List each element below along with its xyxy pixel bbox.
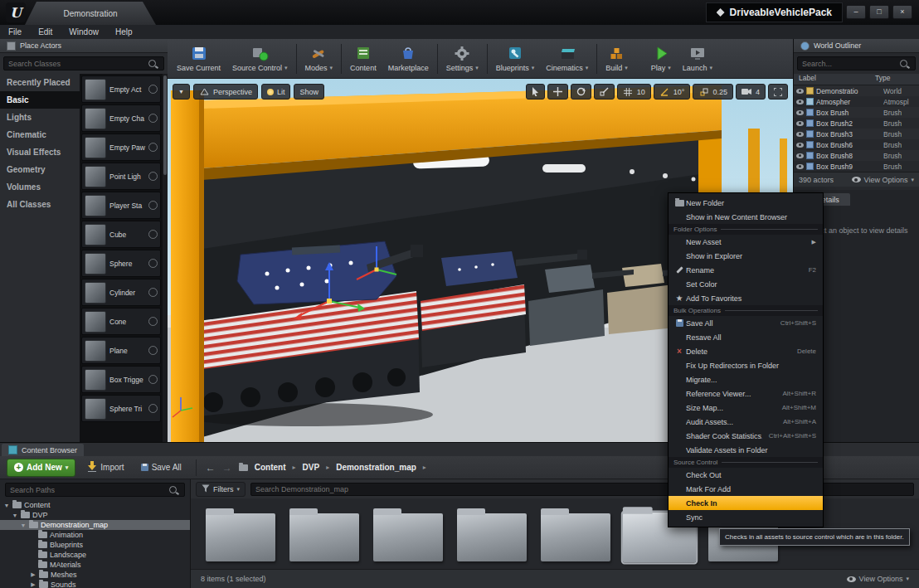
drag-handle-icon[interactable] — [148, 259, 158, 268]
tree-item-sounds[interactable]: ▶Sounds — [0, 580, 190, 588]
tree-item-content[interactable]: ▼Content — [0, 500, 190, 510]
outliner-view-options-button[interactable]: View Options ▾ — [852, 176, 914, 184]
column-label[interactable]: Label — [794, 74, 870, 85]
expand-arrow-icon[interactable]: ▶ — [30, 571, 36, 578]
maximize-viewport-button[interactable] — [768, 84, 788, 100]
back-button[interactable]: ← — [206, 462, 216, 474]
breadcrumb-demonstration-map[interactable]: Demonstration_map — [336, 463, 416, 472]
build-button[interactable]: Build▾ — [600, 44, 634, 74]
folder-tile[interactable] — [373, 513, 443, 561]
category-basic[interactable]: Basic — [0, 91, 80, 109]
visibility-eye-icon[interactable] — [796, 89, 804, 94]
level-tab[interactable]: Demonstration — [25, 2, 156, 25]
drag-handle-icon[interactable] — [148, 201, 158, 210]
category-all-classes[interactable]: All Classes — [0, 196, 80, 213]
blueprints-button[interactable]: Blueprints▾ — [490, 44, 541, 74]
paths-search-input[interactable] — [5, 483, 185, 497]
drag-handle-icon[interactable] — [148, 143, 158, 152]
outliner-row[interactable]: Box Brush6Brush — [794, 139, 919, 150]
menu-window[interactable]: Window — [61, 27, 107, 36]
category-lights[interactable]: Lights — [0, 109, 80, 126]
menu-item-sync[interactable]: Sync — [669, 510, 823, 524]
menu-item-shader-cook-statistics[interactable]: Shader Cook Statistics...Ctrl+Alt+Shift+… — [669, 429, 823, 443]
content-browser-tab[interactable]: Content Browser — [2, 444, 84, 456]
menu-item-save-all[interactable]: Save AllCtrl+Shift+S — [669, 316, 823, 330]
menu-item-fix-up-redirectors[interactable]: Fix Up Redirectors in Folder — [669, 358, 823, 372]
actor-item-player-start[interactable]: Player Sta — [81, 192, 161, 219]
content-button[interactable]: Content — [344, 44, 382, 74]
scale-snap-button[interactable]: 0.25 — [693, 84, 733, 100]
tree-item-demonstration-map[interactable]: ▼Demonstration_map — [0, 520, 190, 530]
maximize-button[interactable]: □ — [869, 5, 889, 19]
cb-view-options-button[interactable]: View Options ▾ — [847, 575, 909, 583]
menu-file[interactable]: File — [0, 27, 30, 36]
drag-handle-icon[interactable] — [148, 230, 158, 239]
select-tool-button[interactable] — [526, 84, 545, 100]
minimize-button[interactable]: – — [846, 5, 866, 19]
import-button[interactable]: Import — [82, 459, 129, 476]
actor-item-point-light[interactable]: Point Ligh — [81, 163, 161, 190]
settings-button[interactable]: Settings▾ — [440, 44, 484, 74]
outliner-row[interactable]: Box Brush2Brush — [794, 118, 919, 129]
category-cinematic[interactable]: Cinematic — [0, 126, 80, 143]
folder-tile[interactable] — [457, 513, 527, 561]
menu-item-show-in-new-content-browser[interactable]: Show in New Content Browser — [669, 210, 823, 224]
folder-tile[interactable] — [541, 513, 610, 561]
drag-handle-icon[interactable] — [148, 346, 158, 355]
menu-item-delete[interactable]: ×DeleteDelete — [669, 344, 823, 358]
actor-item-cylinder[interactable]: Cylinder — [81, 279, 161, 306]
marketplace-button[interactable]: Marketplace — [382, 44, 435, 74]
rotate-tool-button[interactable] — [571, 84, 591, 100]
add-new-button[interactable]: + Add New ▾ — [7, 459, 75, 477]
actor-item-cone[interactable]: Cone — [81, 308, 161, 335]
actor-item-box-trigger[interactable]: Box Trigge — [81, 366, 161, 393]
visibility-eye-icon[interactable] — [796, 100, 804, 104]
breadcrumb-content[interactable]: Content — [255, 463, 286, 472]
expand-arrow-icon[interactable]: ▼ — [20, 522, 27, 528]
actor-item-empty-pawn[interactable]: Empty Paw — [81, 134, 161, 161]
place-actors-search-input[interactable] — [3, 56, 164, 70]
menu-item-size-map[interactable]: Size Map...Alt+Shift+M — [669, 401, 823, 415]
save-current-button[interactable]: Save Current — [171, 44, 226, 74]
viewport-options-button[interactable]: ▼ — [173, 84, 190, 100]
menu-item-rename[interactable]: RenameF2 — [669, 263, 823, 277]
drag-handle-icon[interactable] — [148, 85, 158, 94]
menu-item-new-asset[interactable]: New Asset▶ — [669, 235, 823, 249]
drag-handle-icon[interactable] — [148, 172, 158, 181]
menu-item-resave-all[interactable]: Resave All — [669, 330, 823, 344]
launch-button[interactable]: Launch▾ — [677, 44, 718, 74]
tree-item-blueprints[interactable]: Blueprints — [0, 540, 190, 550]
category-visual-effects[interactable]: Visual Effects — [0, 143, 80, 161]
menu-item-reference-viewer[interactable]: Reference Viewer...Alt+Shift+R — [669, 386, 823, 401]
drag-handle-icon[interactable] — [148, 317, 158, 326]
outliner-row[interactable]: DemonstratioWorld — [794, 85, 919, 96]
category-volumes[interactable]: Volumes — [0, 178, 80, 196]
modes-button[interactable]: Modes▾ — [299, 44, 339, 74]
column-type[interactable]: Type — [870, 74, 890, 85]
tree-item-dvp[interactable]: ▼DVP — [0, 510, 190, 520]
menu-item-check-in[interactable]: Check In — [669, 496, 823, 510]
category-recently-placed[interactable]: Recently Placed — [0, 74, 80, 91]
scale-tool-button[interactable] — [594, 84, 615, 100]
outliner-row[interactable]: Box BrushBrush — [794, 107, 919, 118]
menu-help[interactable]: Help — [107, 27, 141, 36]
lit-mode-button[interactable]: Lit — [261, 84, 291, 100]
visibility-eye-icon[interactable] — [796, 164, 804, 169]
drag-handle-icon[interactable] — [148, 288, 158, 297]
menu-item-audit-assets[interactable]: Audit Assets...Alt+Shift+A — [669, 415, 823, 429]
outliner-row[interactable]: Box Brush3Brush — [794, 129, 919, 139]
drag-handle-icon[interactable] — [148, 114, 158, 123]
grid-snap-button[interactable]: 10 — [617, 84, 651, 100]
actor-item-cube[interactable]: Cube — [81, 221, 161, 248]
menu-item-mark-for-add[interactable]: Mark For Add — [669, 482, 823, 496]
actor-item-plane[interactable]: Plane — [81, 337, 161, 364]
visibility-eye-icon[interactable] — [796, 153, 804, 158]
folder-tile[interactable] — [289, 513, 359, 561]
menu-item-show-in-explorer[interactable]: Show in Explorer — [669, 249, 823, 263]
visibility-eye-icon[interactable] — [796, 143, 804, 148]
actor-item-empty-character[interactable]: Empty Cha — [81, 104, 161, 132]
outliner-search-input[interactable] — [797, 56, 916, 70]
breadcrumb-dvp[interactable]: DVP — [303, 463, 320, 472]
visibility-eye-icon[interactable] — [796, 110, 804, 115]
rotation-snap-button[interactable]: 10° — [654, 84, 691, 100]
